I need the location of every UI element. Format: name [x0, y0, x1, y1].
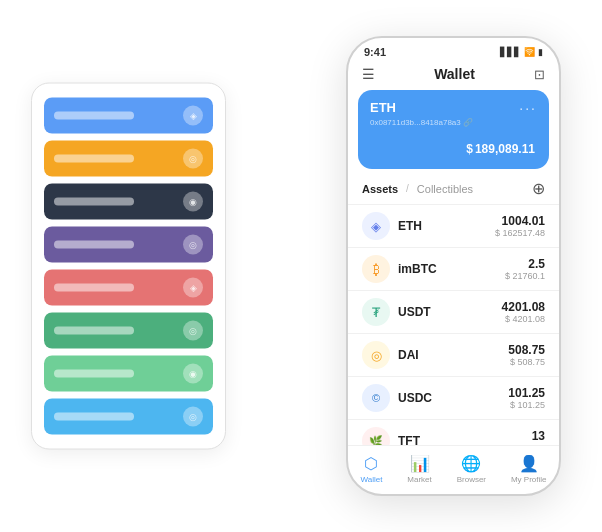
- card-icon: ◉: [183, 364, 203, 384]
- wallet-nav-icon: ⬡: [364, 454, 378, 473]
- asset-item-eth[interactable]: ◈ ETH 1004.01 $ 162517.48: [348, 204, 559, 247]
- nav-item-market[interactable]: 📊 Market: [407, 454, 431, 484]
- market-nav-icon: 📊: [410, 454, 430, 473]
- asset-item-imbtc[interactable]: ₿ imBTC 2.5 $ 21760.1: [348, 247, 559, 290]
- asset-name-usdc: USDC: [398, 391, 508, 405]
- usdt-icon: ₮: [362, 298, 390, 326]
- phone-frame: 9:41 ▋▋▋ 🛜 ▮ ☰ Wallet ⊡ ETH ··· 0x08711d…: [346, 36, 561, 496]
- imbtc-amount: 2.5: [505, 257, 545, 271]
- card-icon: ◎: [183, 321, 203, 341]
- card-icon: ◎: [183, 407, 203, 427]
- stack-card-5[interactable]: ◈: [44, 270, 213, 306]
- bottom-navigation: ⬡ Wallet 📊 Market 🌐 Browser 👤 My Profile: [348, 445, 559, 494]
- asset-values-eth: 1004.01 $ 162517.48: [495, 214, 545, 238]
- card-line: [54, 112, 134, 120]
- asset-name-dai: DAI: [398, 348, 508, 362]
- card-icon: ◎: [183, 235, 203, 255]
- profile-nav-label: My Profile: [511, 475, 547, 484]
- assets-tabs: Assets / Collectibles: [362, 183, 473, 195]
- asset-item-usdc[interactable]: © USDC 101.25 $ 101.25: [348, 376, 559, 419]
- assets-section: Assets / Collectibles ⊕ ◈ ETH 1004.01 $ …: [348, 179, 559, 445]
- nav-item-wallet[interactable]: ⬡ Wallet: [360, 454, 382, 484]
- tft-amount: 13: [532, 429, 545, 443]
- imbtc-usd: $ 21760.1: [505, 271, 545, 281]
- nav-item-browser[interactable]: 🌐 Browser: [457, 454, 486, 484]
- asset-values-usdt: 4201.08 $ 4201.08: [502, 300, 545, 324]
- stack-card-2[interactable]: ◎: [44, 141, 213, 177]
- market-nav-label: Market: [407, 475, 431, 484]
- tft-icon: 🌿: [362, 427, 390, 445]
- eth-icon: ◈: [362, 212, 390, 240]
- assets-header: Assets / Collectibles ⊕: [348, 179, 559, 204]
- card-icon: ◈: [183, 106, 203, 126]
- wallet-nav-label: Wallet: [360, 475, 382, 484]
- card-line: [54, 413, 134, 421]
- eth-card-header: ETH ···: [370, 100, 537, 116]
- profile-nav-icon: 👤: [519, 454, 539, 473]
- asset-name-tft: TFT: [398, 434, 532, 445]
- usdt-amount: 4201.08: [502, 300, 545, 314]
- asset-name-eth: ETH: [398, 219, 495, 233]
- eth-amount: 1004.01: [495, 214, 545, 228]
- card-line: [54, 370, 134, 378]
- card-stack: ◈ ◎ ◉ ◎ ◈ ◎ ◉ ◎: [31, 83, 226, 450]
- tab-separator: /: [406, 183, 409, 194]
- card-icon: ◈: [183, 278, 203, 298]
- card-icon: ◉: [183, 192, 203, 212]
- card-icon: ◎: [183, 149, 203, 169]
- eth-options-icon[interactable]: ···: [519, 100, 537, 116]
- card-line: [54, 155, 134, 163]
- imbtc-icon: ₿: [362, 255, 390, 283]
- balance-amount: 189,089.11: [475, 142, 535, 156]
- asset-item-usdt[interactable]: ₮ USDT 4201.08 $ 4201.08: [348, 290, 559, 333]
- eth-label: ETH: [370, 100, 396, 115]
- card-line: [54, 241, 134, 249]
- phone-header: ☰ Wallet ⊡: [348, 62, 559, 90]
- dai-icon: ◎: [362, 341, 390, 369]
- card-line: [54, 198, 134, 206]
- usdt-usd: $ 4201.08: [502, 314, 545, 324]
- tab-assets[interactable]: Assets: [362, 183, 398, 195]
- dai-amount: 508.75: [508, 343, 545, 357]
- page-title: Wallet: [434, 66, 475, 82]
- asset-values-imbtc: 2.5 $ 21760.1: [505, 257, 545, 281]
- wifi-icon: 🛜: [524, 47, 535, 57]
- signal-icon: ▋▋▋: [500, 47, 521, 57]
- stack-card-3[interactable]: ◉: [44, 184, 213, 220]
- scan-icon[interactable]: ⊡: [534, 67, 545, 82]
- asset-item-dai[interactable]: ◎ DAI 508.75 $ 508.75: [348, 333, 559, 376]
- asset-values-dai: 508.75 $ 508.75: [508, 343, 545, 367]
- tab-collectibles[interactable]: Collectibles: [417, 183, 473, 195]
- stack-card-7[interactable]: ◉: [44, 356, 213, 392]
- currency-symbol: $: [466, 142, 473, 156]
- stack-card-6[interactable]: ◎: [44, 313, 213, 349]
- card-line: [54, 284, 134, 292]
- usdc-amount: 101.25: [508, 386, 545, 400]
- stack-card-8[interactable]: ◎: [44, 399, 213, 435]
- browser-nav-icon: 🌐: [461, 454, 481, 473]
- status-time: 9:41: [364, 46, 386, 58]
- asset-values-usdc: 101.25 $ 101.25: [508, 386, 545, 410]
- asset-list: ◈ ETH 1004.01 $ 162517.48 ₿ imBTC 2.5 $ …: [348, 204, 559, 445]
- battery-icon: ▮: [538, 47, 543, 57]
- usdc-usd: $ 101.25: [508, 400, 545, 410]
- menu-icon[interactable]: ☰: [362, 66, 375, 82]
- add-asset-button[interactable]: ⊕: [532, 179, 545, 198]
- usdc-icon: ©: [362, 384, 390, 412]
- asset-name-imbtc: imBTC: [398, 262, 505, 276]
- eth-wallet-card[interactable]: ETH ··· 0x08711d3b...8418a78a3 🔗 $189,08…: [358, 90, 549, 169]
- eth-address: 0x08711d3b...8418a78a3 🔗: [370, 118, 537, 127]
- nav-item-profile[interactable]: 👤 My Profile: [511, 454, 547, 484]
- status-icons: ▋▋▋ 🛜 ▮: [500, 47, 543, 57]
- eth-balance: $189,089.11: [370, 133, 537, 159]
- asset-values-tft: 13 0: [532, 429, 545, 445]
- asset-item-tft[interactable]: 🌿 TFT 13 0: [348, 419, 559, 445]
- stack-card-4[interactable]: ◎: [44, 227, 213, 263]
- card-line: [54, 327, 134, 335]
- asset-name-usdt: USDT: [398, 305, 502, 319]
- stack-card-1[interactable]: ◈: [44, 98, 213, 134]
- status-bar: 9:41 ▋▋▋ 🛜 ▮: [348, 38, 559, 62]
- dai-usd: $ 508.75: [508, 357, 545, 367]
- browser-nav-label: Browser: [457, 475, 486, 484]
- eth-usd: $ 162517.48: [495, 228, 545, 238]
